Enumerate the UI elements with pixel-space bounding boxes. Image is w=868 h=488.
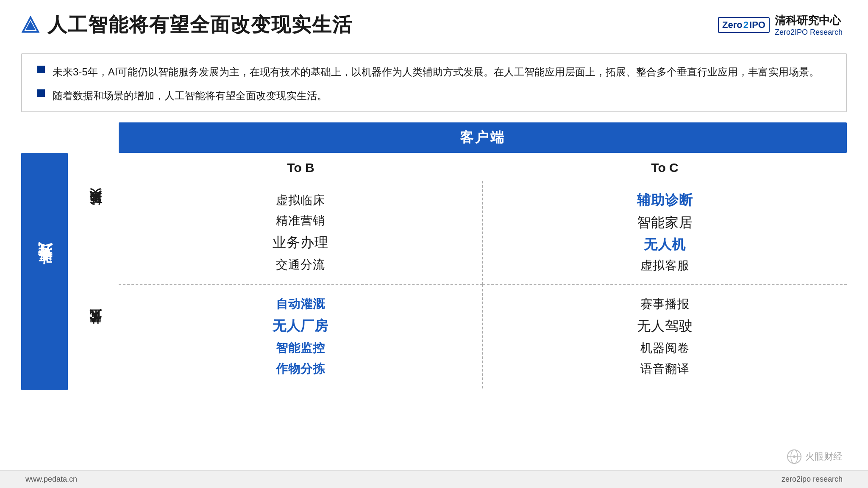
customer-header: 客户端 (119, 122, 847, 153)
bullet-text-1: 未来3-5年，AI可能仍以智能服务发展为主，在现有技术的基础上，以机器作为人类辅… (53, 64, 819, 80)
footer: www.pedata.cn zero2ipo research (0, 470, 868, 488)
header: 人工智能将有望全面改变现实生活 Zero 2 IPO 清科研究中心 Zero2I… (0, 0, 868, 46)
bullet-icon-1 (37, 66, 45, 73)
item-智能监控: 智能监控 (276, 340, 325, 356)
bullet-section: 未来3-5年，AI可能仍以智能服务发展为主，在现有技术的基础上，以机器作为人类辅… (21, 53, 847, 112)
item-机器阅卷: 机器阅卷 (640, 340, 690, 356)
footer-right: zero2ipo research (782, 475, 843, 484)
item-自动灌溉: 自动灌溉 (276, 296, 325, 312)
col-header-tob: To B (119, 153, 483, 181)
item-语音翻译: 语音翻译 (640, 361, 690, 377)
item-虚拟临床: 虚拟临床 (276, 192, 325, 208)
watermark: 火眼财经 (787, 449, 843, 464)
diagram-area: 客户端 改造方式 辅助人类 替代人工 To B To C (21, 122, 847, 390)
sub-label-col: 辅助人类 替代人工 (68, 153, 119, 390)
page-title: 人工智能将有望全面改变现实生活 (47, 12, 353, 38)
sub-label-replace: 替代人工 (87, 327, 103, 334)
item-虚拟客服: 虚拟客服 (640, 258, 690, 274)
quadrant-top-right: 辅助诊断 智能家居 无人机 虚拟客服 (483, 181, 847, 285)
footer-left: www.pedata.cn (25, 475, 77, 484)
item-无人驾驶: 无人驾驶 (637, 317, 693, 336)
quadrant-grid: 虚拟临床 精准营销 业务办理 交通分流 辅助诊断 智能家居 无人机 虚拟客服 自… (119, 181, 847, 388)
item-交通分流: 交通分流 (276, 257, 325, 273)
content-grid: To B To C 虚拟临床 精准营销 业务办理 交通分流 辅助诊断 智能家居 … (119, 153, 847, 390)
sub-label-assist-wrap: 辅助人类 (72, 153, 119, 272)
item-无人机: 无人机 (644, 236, 686, 254)
item-作物分拣: 作物分拣 (276, 361, 325, 377)
item-业务办理: 业务办理 (273, 233, 328, 252)
org-cn: 清科研究中心 (775, 13, 841, 28)
sub-label-replace-wrap: 替代人工 (72, 272, 119, 390)
bullet-icon-2 (37, 89, 45, 97)
left-main-label: 改造方式 (21, 153, 68, 390)
watermark-text: 火眼财经 (805, 450, 843, 463)
grid-container: 改造方式 辅助人类 替代人工 To B To C 虚拟临床 精准 (21, 153, 847, 390)
item-精准营销: 精准营销 (276, 213, 325, 229)
item-辅助诊断: 辅助诊断 (637, 191, 693, 210)
watermark-icon (787, 449, 802, 464)
logo-area: Zero 2 IPO 清科研究中心 Zero2IPO Research (718, 13, 843, 37)
item-赛事播报: 赛事播报 (640, 296, 690, 312)
quadrant-top-left: 虚拟临床 精准营销 业务办理 交通分流 (119, 181, 483, 285)
quadrant-bottom-left: 自动灌溉 无人厂房 智能监控 作物分拣 (119, 285, 483, 388)
sub-label-assist: 辅助人类 (87, 209, 103, 216)
svg-point-5 (793, 455, 796, 458)
col-header-toc: To C (483, 153, 847, 181)
col-headers: To B To C (119, 153, 847, 181)
org-en: Zero2IPO Research (775, 28, 843, 37)
bullet-text-2: 随着数据和场景的增加，人工智能将有望全面改变现实生活。 (53, 87, 327, 104)
left-label-col: 改造方式 (21, 153, 68, 390)
quadrant-bottom-right: 赛事播报 无人驾驶 机器阅卷 语音翻译 (483, 285, 847, 388)
zero2ipo-badge: Zero 2 IPO (718, 17, 770, 33)
triangle-icon (21, 16, 40, 34)
bullet-item-2: 随着数据和场景的增加，人工智能将有望全面改变现实生活。 (37, 87, 831, 104)
item-智能家居: 智能家居 (637, 214, 693, 232)
bullet-item-1: 未来3-5年，AI可能仍以智能服务发展为主，在现有技术的基础上，以机器作为人类辅… (37, 64, 831, 80)
item-无人厂房: 无人厂房 (273, 317, 328, 336)
